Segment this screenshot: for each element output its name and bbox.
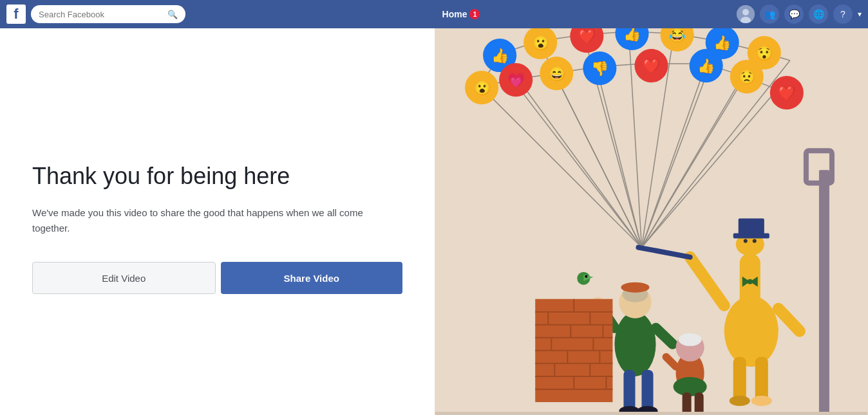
navbar-center: Home 1 — [185, 9, 737, 19]
home-badge: 1 — [469, 9, 480, 19]
messenger-icon: 💬 — [789, 9, 800, 19]
chevron-down-icon: ▾ — [858, 10, 862, 19]
svg-point-97 — [679, 333, 702, 346]
right-panel: 👍 😮 ❤️ 👍 😂 👍 😯 — [435, 28, 868, 415]
page-subtitle: We've made you this video to share the g… — [32, 205, 380, 236]
svg-text:👍: 👍 — [713, 34, 731, 51]
svg-rect-67 — [740, 254, 760, 338]
messenger-icon-btn[interactable]: 💬 — [784, 5, 804, 24]
svg-rect-100 — [695, 392, 704, 415]
avatar-image — [737, 5, 755, 23]
svg-rect-91 — [641, 370, 653, 412]
svg-text:👍: 👍 — [697, 57, 715, 75]
svg-point-83 — [614, 312, 656, 376]
svg-text:😟: 😟 — [738, 68, 756, 86]
globe-icon-btn[interactable]: 🌐 — [809, 5, 828, 24]
edit-video-button[interactable]: Edit Video — [32, 262, 216, 294]
svg-rect-127 — [435, 412, 867, 415]
svg-rect-64 — [819, 170, 829, 415]
svg-text:👍: 👍 — [623, 28, 641, 42]
svg-rect-90 — [623, 370, 635, 412]
navbar-right: 👥 💬 🌐 ? ▾ — [737, 5, 862, 24]
svg-rect-80 — [755, 357, 768, 402]
home-nav-link[interactable]: Home 1 — [442, 9, 480, 19]
svg-point-105 — [585, 275, 587, 278]
svg-text:💗: 💗 — [507, 71, 525, 89]
home-label: Home — [442, 9, 467, 19]
svg-text:😯: 😯 — [755, 44, 773, 62]
navbar-left: f 🔍 — [6, 5, 185, 24]
share-video-button[interactable]: Share Video — [221, 262, 403, 294]
navbar: f 🔍 Home 1 👥 💬 🌐 ? — [0, 0, 868, 28]
svg-text:👎: 👎 — [591, 60, 609, 77]
scene-svg: 👍 😮 ❤️ 👍 😂 👍 😯 — [435, 28, 868, 415]
svg-text:😮: 😮 — [532, 34, 550, 51]
user-avatar[interactable] — [737, 5, 755, 23]
svg-point-81 — [730, 396, 750, 406]
left-panel: Thank you for being here We've made you … — [0, 28, 435, 415]
svg-point-86 — [621, 282, 649, 293]
svg-point-82 — [751, 396, 772, 406]
svg-text:❤️: ❤️ — [643, 57, 661, 75]
facebook-logo[interactable]: f — [6, 5, 26, 24]
search-input[interactable] — [39, 10, 165, 19]
illustration: 👍 😮 ❤️ 👍 😂 👍 😯 — [435, 28, 868, 415]
action-buttons: Edit Video Share Video — [32, 262, 402, 294]
search-icon: 🔍 — [167, 10, 178, 19]
svg-text:😄: 😄 — [548, 65, 566, 82]
help-icon: ? — [840, 9, 845, 19]
search-bar[interactable]: 🔍 — [31, 5, 185, 23]
svg-text:👍: 👍 — [491, 47, 509, 64]
svg-text:😮: 😮 — [473, 79, 491, 97]
svg-point-71 — [744, 239, 748, 243]
svg-text:😂: 😂 — [668, 28, 686, 44]
friends-icon-btn[interactable]: 👥 — [760, 5, 779, 24]
friends-icon: 👥 — [764, 9, 775, 19]
svg-text:❤️: ❤️ — [578, 28, 596, 45]
svg-rect-99 — [683, 392, 692, 415]
svg-point-75 — [748, 279, 753, 284]
svg-point-1 — [742, 9, 749, 15]
svg-rect-70 — [733, 234, 769, 239]
dropdown-btn[interactable]: ▾ — [858, 10, 862, 19]
svg-point-72 — [753, 239, 757, 243]
page-title: Thank you for being here — [32, 162, 402, 190]
svg-rect-79 — [733, 357, 746, 402]
help-icon-btn[interactable]: ? — [833, 5, 853, 24]
svg-text:❤️: ❤️ — [778, 84, 796, 102]
subtitle-text: We've made you this video to share the g… — [32, 207, 363, 234]
globe-icon: 🌐 — [813, 9, 824, 19]
main-layout: Thank you for being here We've made you … — [0, 0, 868, 415]
